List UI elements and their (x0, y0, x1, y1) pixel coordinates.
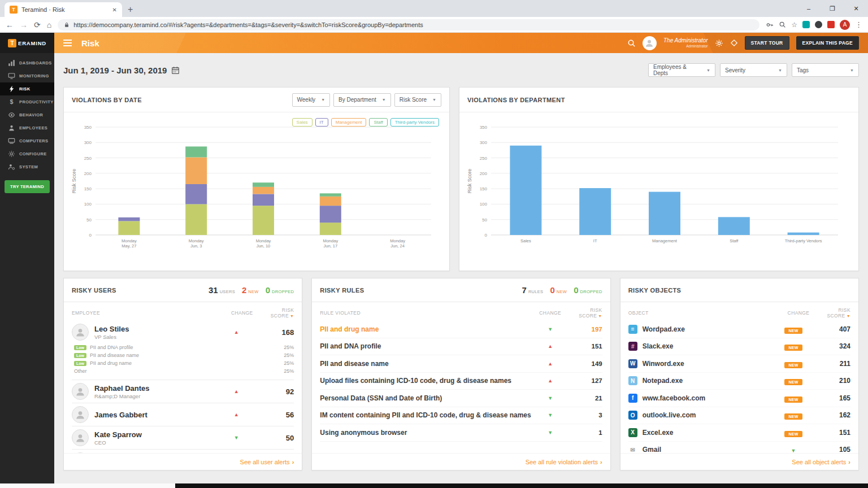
object-row[interactable]: XExcel.exeNEW151 (628, 424, 850, 442)
svg-text:50: 50 (86, 217, 92, 223)
window-minimize-button[interactable]: – (797, 5, 821, 12)
legend-item-it[interactable]: IT (315, 118, 328, 127)
user-row[interactable]: Leo StilesVP Sales▲168 (72, 321, 294, 343)
sidebar-item-dashboards[interactable]: DASHBOARDS (0, 56, 54, 69)
object-row[interactable]: ≡Wordpad.exeNEW407 (628, 321, 850, 338)
window-close-button[interactable]: ✕ (844, 5, 868, 12)
back-icon[interactable]: ← (6, 21, 14, 29)
see-all-rule-violation-alerts-link[interactable]: See all rule violation alerts› (526, 459, 602, 465)
start-tour-button[interactable]: START TOUR (745, 36, 789, 50)
legend-item-sales[interactable]: Sales (292, 118, 313, 127)
object-row[interactable]: NNotepad.exeNEW210 (628, 373, 850, 390)
chart-selects: Weekly▼By Department▼Risk Score▼ (292, 93, 441, 107)
bookmark-star-icon[interactable]: ☆ (791, 21, 797, 29)
risk-score: 165 (814, 394, 850, 402)
horizontal-scrollbar[interactable] (0, 483, 868, 488)
col-risk-score[interactable]: RISK SCORE▼ (566, 307, 602, 319)
user-row[interactable]: Raphael DantesR&amp;D Manager▲92 (72, 380, 294, 403)
legend-item-third-party-vendors[interactable]: Third-party Vendors (390, 118, 439, 127)
rule-row[interactable]: Personal Data (SSN and Date of Birth)▼21 (320, 390, 602, 407)
panel-footer: See all user alerts› (64, 453, 302, 470)
change-up-icon: ▲ (535, 378, 566, 384)
try-teramind-button[interactable]: TRY TERAMIND (5, 180, 50, 193)
toolbar-right: ☆ A ⋮ (766, 20, 862, 30)
risk-score: 162 (814, 411, 850, 419)
rule-row[interactable]: Upload files containing ICD-10 code, dru… (320, 373, 602, 390)
violations-by-date-title: VIOLATIONS BY DATE (72, 97, 142, 103)
sidebar-item-risk[interactable]: RISK (0, 82, 54, 95)
col-risk-score[interactable]: RISK SCORE▼ (814, 307, 850, 319)
risk-score: 407 (814, 325, 850, 333)
extension-icon[interactable] (815, 21, 822, 28)
pdf-extension-icon[interactable] (827, 21, 835, 28)
see-all-user-alerts-link[interactable]: See all user alerts› (240, 459, 294, 465)
zoom-icon[interactable] (779, 21, 786, 28)
settings-gear-icon[interactable] (715, 39, 723, 47)
browser-profile-avatar[interactable]: A (840, 20, 850, 30)
home-icon[interactable]: ⌂ (47, 21, 51, 29)
object-row[interactable]: ✉Gmail▼105 (628, 442, 850, 454)
object-row[interactable]: fwww.facebook.comNEW165 (628, 390, 850, 407)
select-employees-depts[interactable]: Employees & Depts▼ (648, 63, 715, 77)
scrollbar-thumb[interactable] (175, 483, 868, 488)
key-icon[interactable] (766, 21, 774, 29)
user-meta[interactable]: The Administrator Administrator (663, 37, 708, 49)
tab-close-icon[interactable]: ✕ (112, 7, 117, 13)
violations-by-date-chart: 050100150200250300350MondayMay, 27Monday… (70, 117, 438, 255)
sidebar-item-behavior[interactable]: BEHAVIOR (0, 108, 54, 121)
risky-objects-list: ≡Wordpad.exeNEW407#Slack.exeNEW324WWinwo… (620, 321, 858, 453)
select-by-department[interactable]: By Department▼ (333, 93, 391, 107)
sidebar-item-employees[interactable]: EMPLOYEES (0, 121, 54, 134)
browser-menu-icon[interactable]: ⋮ (855, 20, 862, 29)
risk-icon (7, 85, 15, 93)
user-title: R&amp;D Manager (94, 393, 215, 399)
see-all-object-alerts-link[interactable]: See all object alerts› (792, 459, 850, 465)
logo-text: ERAMIND (18, 40, 46, 46)
stat-new: 2NEW (242, 285, 259, 295)
object-row[interactable]: Ooutlook.live.comNEW162 (628, 407, 850, 425)
forward-icon[interactable]: → (20, 21, 28, 29)
change-down-icon: ▼ (535, 430, 566, 435)
select-weekly[interactable]: Weekly▼ (292, 93, 331, 107)
sidebar-item-monitoring[interactable]: MONITORING (0, 69, 54, 82)
hamburger-menu-icon[interactable] (63, 40, 72, 46)
window-maximize-button[interactable]: ❐ (821, 5, 844, 12)
date-range-picker[interactable]: Jun 1, 2019 - Jun 30, 2019 (63, 66, 180, 75)
browser-tab[interactable]: T Teramind · Risk ✕ (5, 2, 122, 17)
object-row[interactable]: #Slack.exeNEW324 (628, 338, 850, 356)
sidebar-item-configure[interactable]: CONFIGURE (0, 147, 54, 160)
legend-item-staff[interactable]: Staff (369, 118, 387, 127)
rule-row[interactable]: PII and drug name▼197 (320, 321, 602, 338)
rule-row[interactable]: PII and DNA profile▲151 (320, 338, 602, 356)
user-role: Administrator (686, 44, 708, 49)
sidebar-item-productivity[interactable]: $PRODUCTIVITY (0, 95, 54, 108)
user-avatar[interactable] (643, 36, 657, 50)
sort-desc-icon: ▼ (290, 314, 294, 318)
search-icon[interactable] (627, 39, 636, 47)
select-risk-score[interactable]: Risk Score▼ (394, 93, 441, 107)
address-bar[interactable]: https://democompany.teramind.co/#/risk?a… (58, 19, 760, 30)
reload-icon[interactable]: ⟳ (34, 21, 41, 29)
legend-item-management[interactable]: Management (331, 118, 367, 127)
explain-page-button[interactable]: EXPLAIN THIS PAGE (796, 36, 859, 50)
risky-users-title: RISKY USERS (72, 287, 116, 294)
user-row[interactable]: Kate SparrowCEO▼50 (72, 426, 294, 449)
teramind-logo[interactable]: T ERAMIND (0, 33, 54, 53)
select-severity[interactable]: Severity▼ (720, 63, 787, 77)
extension-icon[interactable] (802, 21, 810, 28)
rule-row[interactable]: PII and disease name▲149 (320, 355, 602, 373)
new-tab-button[interactable]: + (128, 5, 133, 14)
sidebar-item-computers[interactable]: COMPUTERS (0, 134, 54, 147)
tour-diamond-icon[interactable] (730, 39, 738, 47)
breakdown-percent: 25% (284, 352, 294, 358)
user-row[interactable]: James Gabbert▲56 (72, 403, 294, 426)
select-tags[interactable]: Tags▼ (792, 63, 859, 77)
col-risk-score[interactable]: RISK SCORE▼ (258, 307, 294, 319)
svg-text:Management: Management (652, 238, 678, 243)
object-row[interactable]: WWinword.exeNEW211 (628, 355, 850, 373)
rule-row[interactable]: IM content containing PII and ICD-10 cod… (320, 407, 602, 425)
filter-row: Jun 1, 2019 - Jun 30, 2019 Employees & D… (63, 62, 859, 78)
sidebar-item-system[interactable]: SYSTEM (0, 160, 54, 173)
rule-row[interactable]: Using anonymous browser▼1 (320, 424, 602, 442)
calendar-icon[interactable] (171, 66, 180, 75)
